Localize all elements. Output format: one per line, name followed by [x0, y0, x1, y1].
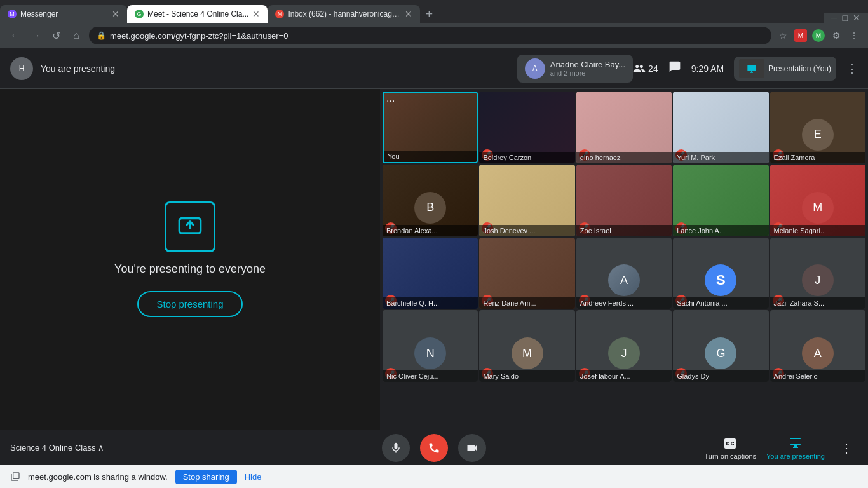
participant-tile: 🎤 Josh Denevev ...	[479, 165, 574, 236]
stop-presenting-button[interactable]: Stop presenting	[137, 291, 242, 317]
tab-meet-close[interactable]: ✕	[252, 9, 260, 19]
header-right: 24 9:29 AM Presentation (You) ⋮	[633, 57, 858, 81]
address-bar: ← → ↺ ⌂ 🔒 meet.google.com/gyt-fgnp-ztc?p…	[0, 23, 868, 48]
participant-name: gino hernaez	[576, 152, 672, 163]
participant-tile: 🎤 N Nic Oliver Ceju...	[383, 310, 478, 382]
participant-tile: 🎤 Renz Dane Am...	[479, 238, 574, 309]
mic-button[interactable]	[382, 434, 410, 462]
participant-name: Jazil Zahara S...	[770, 297, 865, 309]
participant-name: Gladys Dy	[673, 370, 768, 382]
tab-messenger-close[interactable]: ✕	[112, 9, 119, 19]
presentation-label: Presentation (You)	[768, 64, 831, 73]
participant-tile: 🎤 Beldrey Carzon	[479, 92, 574, 163]
end-call-button[interactable]	[420, 434, 448, 462]
participant-tile: 🎤 M Mary Saldo	[479, 310, 574, 382]
presenting-to-everyone-text: You're presenting to everyone	[114, 262, 266, 276]
user-avatar: H	[10, 57, 33, 80]
chevron-up-icon: ∧	[98, 443, 104, 452]
hide-button[interactable]: Hide	[245, 472, 262, 482]
chat-button[interactable]	[668, 60, 681, 76]
participant-tile: 🎤 gino hernaez	[576, 92, 672, 163]
participant-tile: 🎤 J Jazil Zahara S...	[770, 238, 865, 309]
more-options-button[interactable]: ⋮	[835, 437, 858, 459]
participant-name: Ezail Zamora	[770, 152, 865, 163]
tab-gmail-title: Inbox (662) - hannahveronicage...	[288, 10, 401, 18]
camera-button[interactable]	[458, 434, 486, 462]
captions-button[interactable]: Turn on captions	[705, 436, 757, 460]
maximize-button[interactable]: □	[843, 13, 848, 23]
participant-name: Beldrey Carzon	[479, 152, 574, 163]
home-button[interactable]: ⌂	[69, 28, 84, 43]
participant-name: Andreev Ferds ...	[576, 297, 672, 309]
sharing-bar: meet.google.com is sharing a window. Sto…	[0, 465, 868, 488]
participant-tile: 🎤 S Sachi Antonia ...	[673, 238, 768, 309]
tab-meet[interactable]: G Meet - Science 4 Online Cla... ✕	[127, 5, 268, 23]
browser-menu-icon[interactable]: ⋮	[848, 29, 860, 42]
toolbar-right: Turn on captions You are presenting ⋮	[705, 436, 858, 460]
participant-name: Zoe Israel	[576, 225, 672, 236]
host-sub: and 2 more	[550, 69, 625, 77]
people-button[interactable]: 24	[633, 62, 658, 75]
reload-button[interactable]: ↺	[48, 28, 64, 43]
settings-icon[interactable]: ⚙	[830, 29, 843, 42]
participant-name: Sachi Antonia ...	[673, 297, 768, 309]
participant-name: Andrei Selerio	[770, 370, 865, 382]
presentation-thumbnail: Presentation (You)	[734, 57, 836, 81]
presentation-area: You're presenting to everyone Stop prese…	[0, 89, 380, 430]
tab-bar: M Messenger ✕ G Meet - Science 4 Online …	[0, 0, 868, 23]
grid-container: ··· You 🎤 Beldrey Carzon 🎤 gino hernaez …	[383, 92, 865, 382]
participant-name: Josef labour A...	[576, 370, 672, 382]
main-content: You're presenting to everyone Stop prese…	[0, 89, 868, 430]
extensions-icon[interactable]: M	[794, 29, 807, 42]
participant-tile: 🎤 B Brendan Alexa...	[383, 165, 478, 236]
participant-name: Lance John A...	[673, 225, 768, 236]
captions-label: Turn on captions	[705, 452, 757, 460]
people-count: 24	[648, 64, 658, 74]
participant-name: Josh Denevev ...	[479, 225, 574, 236]
share-screen-icon	[165, 201, 215, 252]
participant-name: Renz Dane Am...	[479, 297, 574, 309]
stop-sharing-button[interactable]: Stop sharing	[175, 470, 237, 484]
participant-name: Nic Oliver Ceju...	[383, 370, 478, 382]
url-bar[interactable]: 🔒 meet.google.com/gyt-fgnp-ztc?pli=1&aut…	[89, 27, 771, 44]
header-more-button[interactable]: ⋮	[846, 62, 858, 76]
tab-messenger-title: Messenger	[20, 10, 108, 18]
participant-tile: 🎤 M Melanie Sagari...	[770, 165, 865, 236]
close-window-button[interactable]: ✕	[853, 13, 860, 23]
sharing-bar-icon	[10, 471, 20, 482]
minimize-button[interactable]: ─	[831, 13, 837, 23]
participant-tile: 🎤 Zoe Israel	[576, 165, 672, 236]
bottom-toolbar: Science 4 Online Class ∧ Turn on caption…	[0, 430, 868, 465]
new-tab-button[interactable]: +	[420, 5, 438, 23]
participant-tile: 🎤 A Andreev Ferds ...	[576, 238, 672, 309]
participant-name: Melanie Sagari...	[770, 225, 865, 236]
url-text: meet.google.com/gyt-fgnp-ztc?pli=1&authu…	[110, 31, 288, 41]
host-name: Ariadne Claire Bay...	[550, 60, 625, 69]
participant-tile: 🎤 A Andrei Selerio	[770, 310, 865, 382]
participant-name: Barchielle Q. H...	[383, 297, 478, 309]
you-are-presenting-button[interactable]: You are presenting	[766, 436, 825, 460]
presenting-label: You are presenting	[766, 452, 825, 460]
presenting-text: You are presenting	[41, 64, 517, 74]
participant-name: Brendan Alexa...	[383, 225, 478, 236]
host-info-container[interactable]: A Ariadne Claire Bay... and 2 more	[517, 55, 633, 83]
participant-tile: 🎤 Yuri M. Park	[673, 92, 768, 163]
meet-name-display: Science 4 Online Class ∧	[10, 443, 104, 452]
bookmark-icon[interactable]: ☆	[776, 29, 789, 42]
tab-gmail-close[interactable]: ✕	[405, 9, 412, 19]
forward-button[interactable]: →	[28, 28, 43, 43]
tile-menu-icon[interactable]: ···	[386, 95, 395, 107]
participant-tile: 🎤 Lance John A...	[673, 165, 768, 236]
sharing-text: meet.google.com is sharing a window.	[28, 472, 168, 482]
host-avatar: A	[525, 58, 545, 79]
participant-tile: 🎤 J Josef labour A...	[576, 310, 672, 382]
tab-meet-title: Meet - Science 4 Online Cla...	[147, 10, 248, 18]
participant-name: You	[384, 151, 477, 162]
participant-name: Yuri M. Park	[673, 152, 768, 163]
participant-tile: 🎤 Barchielle Q. H...	[383, 238, 478, 309]
profile-icon[interactable]: M	[812, 29, 825, 42]
participant-tile: 🎤 G Gladys Dy	[673, 310, 768, 382]
tab-messenger[interactable]: M Messenger ✕	[0, 5, 127, 23]
back-button[interactable]: ←	[8, 28, 23, 43]
tab-gmail[interactable]: M Inbox (662) - hannahveronicage... ✕	[268, 5, 420, 23]
